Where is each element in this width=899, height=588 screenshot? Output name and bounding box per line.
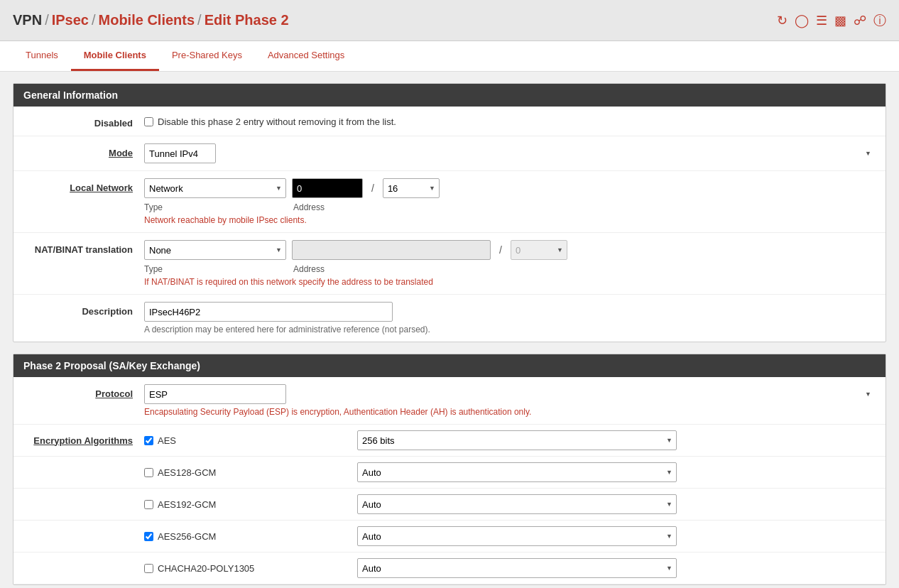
circle-icon[interactable]: ◯ [795,13,809,28]
nat-subnet-wrap: 0 [511,240,567,260]
enc-aes192gcm-bits-select[interactable]: 128 bits 192 bits 256 bits Auto [357,494,677,514]
disabled-row: Disabled Disable this phase 2 entry with… [13,107,886,136]
enc-algorithms-label: Encryption Algorithms [23,435,144,446]
local-network-subnet-select[interactable]: 8 16 24 32 [383,178,440,198]
enc-chacha-name: CHACHA20-POLY1305 [158,563,254,574]
nat-binat-row: NAT/BINAT translation None Network Singl… [13,233,886,295]
general-info-card: General Information Disabled Disable thi… [13,83,886,342]
description-label: Description [23,302,144,317]
enc-aes192gcm-name: AES192-GCM [158,499,216,510]
enc-aes128gcm-bits-wrap: 128 bits 192 bits 256 bits Auto [357,462,677,482]
nat-type-sublabel: Type [144,264,293,274]
mode-row: Mode Tunnel IPv4 Tunnel IPv6 Transport [13,136,886,171]
local-network-type-wrap: Network LAN subnet WAN subnet Single hos… [144,178,286,198]
protocol-select-wrap: ESP AH [144,384,876,404]
enc-aes256gcm-bits-wrap: 128 bits 192 bits 256 bits Auto [357,526,677,546]
main-content: General Information Disabled Disable thi… [0,72,899,588]
enc-aes128gcm-bits-select[interactable]: 128 bits 192 bits 256 bits Auto [357,462,677,482]
description-help: A description may be entered here for ad… [144,325,876,334]
enc-aes-row: Encryption Algorithms AES 128 bits 192 b… [13,425,886,457]
nat-type-select[interactable]: None Network Single host [144,240,286,260]
enc-aes128gcm-checkbox[interactable] [144,468,153,477]
enc-aes-checkbox[interactable] [144,436,153,445]
nat-binat-content: None Network Single host / 0 Type [144,240,876,287]
local-network-type-sublabel: Type [144,202,293,212]
enc-aes256gcm-checkbox[interactable] [144,532,153,541]
enc-aes256gcm-check: AES256-GCM [144,531,357,542]
local-network-label: Local Network [23,178,144,193]
protocol-label: Protocol [23,384,144,399]
enc-chacha-checkbox[interactable] [144,564,153,573]
enc-aes128gcm-check: AES128-GCM [144,467,357,478]
enc-aes192gcm-check: AES192-GCM [144,499,357,510]
description-input[interactable] [144,302,393,322]
breadcrumb-edit-phase2[interactable]: Edit Phase 2 [205,12,289,28]
breadcrumb: VPN / IPsec / Mobile Clients / Edit Phas… [13,12,289,28]
enc-chacha-bits-select[interactable]: Auto [357,558,677,578]
sliders-icon[interactable]: ☰ [816,13,827,28]
local-network-content: Network LAN subnet WAN subnet Single hos… [144,178,876,225]
help-icon[interactable]: ⓘ [873,12,886,29]
local-network-address-sublabel: Address [293,202,325,212]
enc-aes128gcm-name: AES128-GCM [158,467,216,478]
page-header: VPN / IPsec / Mobile Clients / Edit Phas… [0,0,899,41]
protocol-content: ESP AH Encapsulating Security Payload (E… [144,384,876,417]
enc-aes192gcm-checkbox[interactable] [144,500,153,509]
header-icons: ↻ ◯ ☰ ▩ ☍ ⓘ [777,12,886,29]
protocol-select[interactable]: ESP AH [144,384,286,404]
breadcrumb-vpn: VPN [13,12,42,28]
enc-aes128gcm-row: AES128-GCM 128 bits 192 bits 256 bits Au… [13,457,886,489]
breadcrumb-ipsec[interactable]: IPsec [52,12,89,28]
tab-tunnels[interactable]: Tunnels [13,41,71,71]
local-network-help: Network reachable by mobile IPsec client… [144,215,876,225]
disabled-label: Disabled [23,114,144,129]
disabled-content: Disable this phase 2 entry without remov… [144,114,876,127]
enc-aes256gcm-bits-select[interactable]: 128 bits 192 bits 256 bits Auto [357,526,677,546]
tab-mobile-clients[interactable]: Mobile Clients [71,41,159,71]
enc-chacha-row: CHACHA20-POLY1305 Auto [13,552,886,584]
description-row: Description A description may be entered… [13,295,886,342]
refresh-icon[interactable]: ↻ [777,13,788,28]
enc-aes-bits-wrap: 128 bits 192 bits 256 bits Auto [357,430,677,450]
general-info-header: General Information [13,84,886,107]
disabled-checkbox-label: Disable this phase 2 entry without remov… [158,116,396,127]
enc-aes-name: AES [158,435,176,446]
disabled-checkbox[interactable] [144,117,153,126]
nat-address-input[interactable] [292,240,491,260]
bar-chart-icon[interactable]: ▩ [834,13,846,28]
enc-chacha-check: CHACHA20-POLY1305 [144,563,357,574]
enc-aes192gcm-row: AES192-GCM 128 bits 192 bits 256 bits Au… [13,489,886,521]
tab-pre-shared-keys[interactable]: Pre-Shared Keys [159,41,255,71]
mode-content: Tunnel IPv4 Tunnel IPv6 Transport [144,143,876,163]
local-network-type-select[interactable]: Network LAN subnet WAN subnet Single hos… [144,178,286,198]
document-icon[interactable]: ☍ [854,13,866,28]
mode-select[interactable]: Tunnel IPv4 Tunnel IPv6 Transport [144,143,216,163]
mode-label: Mode [23,143,144,158]
phase2-proposal-card: Phase 2 Proposal (SA/Key Exchange) Proto… [13,354,886,585]
tabs-bar: Tunnels Mobile Clients Pre-Shared Keys A… [0,41,899,72]
mode-select-wrap: Tunnel IPv4 Tunnel IPv6 Transport [144,143,876,163]
local-network-subnet-wrap: 8 16 24 32 [383,178,440,198]
tab-advanced-settings[interactable]: Advanced Settings [255,41,357,71]
local-network-address-input[interactable] [292,178,363,198]
enc-aes-bits-select[interactable]: 128 bits 192 bits 256 bits Auto [357,430,677,450]
nat-address-sublabel: Address [293,264,325,274]
enc-aes256gcm-name: AES256-GCM [158,531,216,542]
breadcrumb-mobile-clients[interactable]: Mobile Clients [99,12,195,28]
local-network-row: Local Network Network LAN subnet WAN sub… [13,171,886,233]
nat-binat-label: NAT/BINAT translation [23,240,144,255]
enc-chacha-bits-wrap: Auto [357,558,677,578]
enc-aes256gcm-row: AES256-GCM 128 bits 192 bits 256 bits Au… [13,521,886,552]
protocol-help: Encapsulating Security Payload (ESP) is … [144,407,876,417]
nat-binat-help: If NAT/BINAT is required on this network… [144,277,876,287]
enc-aes-check: AES [144,435,357,446]
enc-aes192gcm-bits-wrap: 128 bits 192 bits 256 bits Auto [357,494,677,514]
nat-subnet-select[interactable]: 0 [511,240,567,260]
protocol-row: Protocol ESP AH Encapsulating Security P… [13,377,886,425]
phase2-header: Phase 2 Proposal (SA/Key Exchange) [13,354,886,377]
description-content: A description may be entered here for ad… [144,302,876,334]
nat-type-wrap: None Network Single host [144,240,286,260]
